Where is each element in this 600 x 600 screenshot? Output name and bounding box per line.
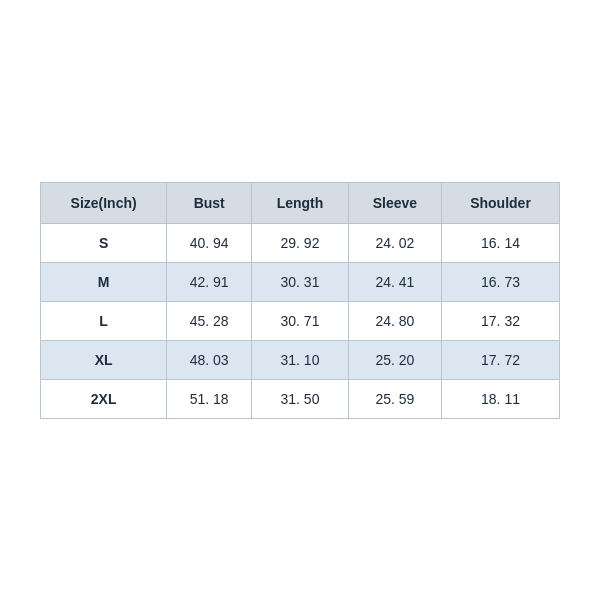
- table-row: XL48. 0331. 1025. 2017. 72: [41, 340, 560, 379]
- col-header-bust: Bust: [167, 182, 252, 223]
- cell-length: 30. 31: [252, 262, 349, 301]
- cell-size: L: [41, 301, 167, 340]
- table-row: S40. 9429. 9224. 0216. 14: [41, 223, 560, 262]
- cell-bust: 45. 28: [167, 301, 252, 340]
- table-row: M42. 9130. 3124. 4116. 73: [41, 262, 560, 301]
- cell-sleeve: 25. 59: [348, 379, 441, 418]
- table-row: L45. 2830. 7124. 8017. 32: [41, 301, 560, 340]
- col-header-shoulder: Shoulder: [442, 182, 560, 223]
- cell-length: 30. 71: [252, 301, 349, 340]
- col-header-size: Size(Inch): [41, 182, 167, 223]
- cell-shoulder: 18. 11: [442, 379, 560, 418]
- col-header-length: Length: [252, 182, 349, 223]
- cell-bust: 42. 91: [167, 262, 252, 301]
- cell-shoulder: 17. 32: [442, 301, 560, 340]
- cell-bust: 40. 94: [167, 223, 252, 262]
- cell-sleeve: 24. 41: [348, 262, 441, 301]
- cell-size: M: [41, 262, 167, 301]
- cell-bust: 51. 18: [167, 379, 252, 418]
- cell-length: 31. 10: [252, 340, 349, 379]
- cell-shoulder: 16. 14: [442, 223, 560, 262]
- cell-shoulder: 17. 72: [442, 340, 560, 379]
- cell-sleeve: 24. 02: [348, 223, 441, 262]
- col-header-sleeve: Sleeve: [348, 182, 441, 223]
- cell-size: S: [41, 223, 167, 262]
- table-header-row: Size(Inch) Bust Length Sleeve Shoulder: [41, 182, 560, 223]
- cell-bust: 48. 03: [167, 340, 252, 379]
- cell-shoulder: 16. 73: [442, 262, 560, 301]
- cell-length: 31. 50: [252, 379, 349, 418]
- size-chart-container: Size(Inch) Bust Length Sleeve Shoulder S…: [40, 182, 560, 419]
- cell-size: 2XL: [41, 379, 167, 418]
- size-chart-table: Size(Inch) Bust Length Sleeve Shoulder S…: [40, 182, 560, 419]
- cell-sleeve: 24. 80: [348, 301, 441, 340]
- cell-length: 29. 92: [252, 223, 349, 262]
- cell-sleeve: 25. 20: [348, 340, 441, 379]
- cell-size: XL: [41, 340, 167, 379]
- table-row: 2XL51. 1831. 5025. 5918. 11: [41, 379, 560, 418]
